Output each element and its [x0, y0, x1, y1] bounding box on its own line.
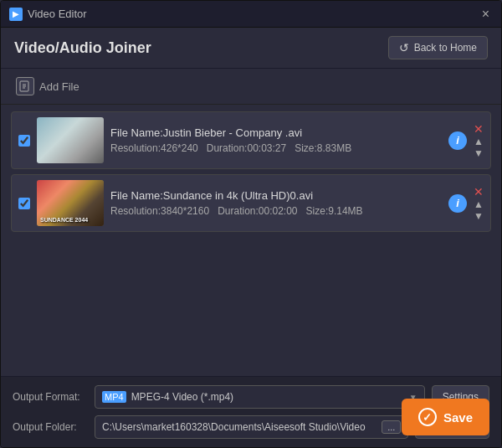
- refresh-icon: ↺: [399, 41, 409, 54]
- main-content: Add File File Name:Justin Bieber - Compa…: [1, 69, 501, 376]
- format-select[interactable]: MP4 MPEG-4 Video (*.mp4) ▼: [95, 385, 425, 409]
- move-down-button-2[interactable]: ▼: [474, 211, 484, 221]
- remove-file-button-1[interactable]: ✕: [474, 123, 484, 135]
- add-file-label: Add File: [39, 80, 79, 93]
- file-info-1: File Name:Justin Bieber - Company .avi R…: [110, 126, 442, 154]
- files-list: File Name:Justin Bieber - Company .avi R…: [1, 105, 501, 376]
- folder-path-text: C:\Users\market160328\Documents\Aiseesof…: [102, 421, 376, 433]
- save-check-icon: ✓: [418, 408, 437, 426]
- file-name-2: File Name:Sundance in 4k (Ultra HD)0.avi: [110, 189, 442, 202]
- toolbar: Add File: [1, 69, 501, 105]
- close-button[interactable]: ×: [479, 7, 493, 22]
- browse-button[interactable]: ...: [382, 420, 401, 434]
- file-checkbox-2[interactable]: [18, 198, 30, 209]
- back-to-home-button[interactable]: ↺ Back to Home: [388, 36, 488, 59]
- output-folder-label: Output Folder:: [13, 421, 88, 433]
- save-button-area: ✓ Save: [402, 399, 489, 435]
- title-bar-left: ▶ Video Editor: [9, 8, 87, 21]
- title-bar: ▶ Video Editor ×: [1, 1, 501, 28]
- save-label: Save: [443, 410, 473, 425]
- format-text: MPEG-4 Video (*.mp4): [131, 391, 404, 403]
- table-row: File Name:Justin Bieber - Company .avi R…: [11, 111, 491, 169]
- app-header: Video/Audio Joiner ↺ Back to Home: [1, 28, 501, 69]
- file-thumbnail-2: SUNDANCE 2044: [37, 180, 104, 226]
- format-icon: MP4: [102, 391, 126, 403]
- add-file-icon: [16, 77, 34, 95]
- app-window: ▶ Video Editor × Video/Audio Joiner ↺ Ba…: [0, 0, 502, 448]
- move-up-button-2[interactable]: ▲: [474, 199, 484, 209]
- move-up-button-1[interactable]: ▲: [474, 136, 484, 147]
- output-format-label: Output Format:: [13, 391, 88, 403]
- back-to-home-label: Back to Home: [414, 42, 477, 54]
- add-file-button[interactable]: Add File: [13, 75, 83, 97]
- file-controls-1: ✕ ▲ ▼: [474, 123, 484, 158]
- remove-file-button-2[interactable]: ✕: [474, 186, 484, 198]
- move-down-button-1[interactable]: ▼: [474, 148, 484, 158]
- app-icon: ▶: [9, 8, 23, 21]
- app-title: Video/Audio Joiner: [14, 39, 151, 57]
- title-bar-text: Video Editor: [28, 8, 87, 20]
- table-row: SUNDANCE 2044 File Name:Sundance in 4k (…: [11, 174, 491, 232]
- file-name-1: File Name:Justin Bieber - Company .avi: [110, 126, 442, 139]
- file-info-2: File Name:Sundance in 4k (Ultra HD)0.avi…: [110, 189, 442, 217]
- info-button-2[interactable]: i: [448, 194, 467, 213]
- info-button-1[interactable]: i: [448, 131, 467, 150]
- file-thumbnail-1: [37, 117, 104, 163]
- save-button[interactable]: ✓ Save: [402, 399, 489, 435]
- file-meta-1: Resolution:426*240 Duration:00:03:27 Siz…: [110, 142, 442, 154]
- file-meta-2: Resolution:3840*2160 Duration:00:02:00 S…: [110, 205, 442, 217]
- folder-path: C:\Users\market160328\Documents\Aiseesof…: [95, 415, 408, 439]
- file-controls-2: ✕ ▲ ▼: [474, 186, 484, 221]
- file-checkbox-1[interactable]: [18, 135, 30, 147]
